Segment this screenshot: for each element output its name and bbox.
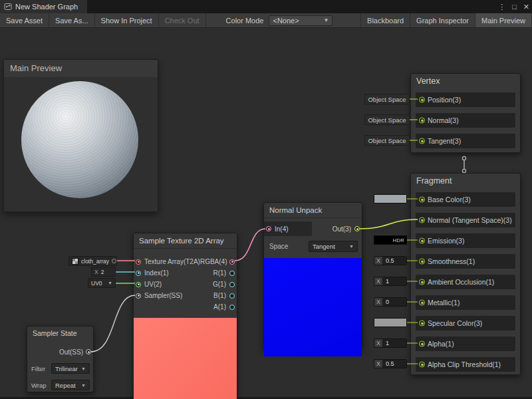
in4-port-dot[interactable] [266,226,271,231]
alpha-field[interactable]: X 1 [374,338,407,348]
b-port-dot[interactable] [229,293,235,299]
graph-inspector-toggle-button[interactable]: Graph Inspector [410,13,475,27]
space-dropdown[interactable]: Tangent ▼ [309,241,358,252]
uv-channel-dropdown[interactable]: UV0 ▼ [88,278,116,288]
axis-label: X [374,339,382,347]
vertex-node[interactable]: Vertex Position(3) Normal(3) Tangent(3) [410,73,521,153]
emission-hdr-color-field[interactable]: HDR [374,235,407,245]
axis-label: X [374,277,382,285]
smoothness-port-dot[interactable] [419,259,425,265]
save-as-button[interactable]: Save As... [49,13,95,27]
filter-dropdown[interactable]: Trilinear ▼ [51,363,90,374]
vertex-ports: Position(3) Normal(3) Tangent(3) [411,88,520,148]
save-asset-button[interactable]: Save Asset [0,13,49,27]
wrap-dropdown[interactable]: Repeat ▼ [51,380,90,390]
color-mode-value: <None> [273,17,299,25]
position-space-dropdown[interactable]: Object Space [364,94,410,104]
texture-array-port-dot[interactable] [136,259,141,265]
space-label: Space [269,243,288,250]
normal-port-dot[interactable] [419,118,425,124]
emission-port-dot[interactable] [419,238,425,244]
rgba-port-dot[interactable] [229,259,235,265]
out3-port-dot[interactable] [354,226,360,231]
edge-out3-normal[interactable] [360,219,418,229]
tab-new-shader-graph[interactable]: New Shader Graph [0,0,87,13]
show-in-project-button[interactable]: Show In Project [95,13,159,27]
specular-color-swatch[interactable] [374,318,407,327]
sample-texture-2d-array-node[interactable]: Sample Texture 2D Array Texture Array(T2… [133,233,237,399]
base-color-swatch[interactable] [374,194,407,203]
port-label: Emission(3) [428,237,464,245]
color-mode-dropdown[interactable]: <None> ▼ [269,15,332,26]
main-preview-toggle-button[interactable]: Main Preview [475,13,532,27]
sample-node-ports: Texture Array(T2A) RGBA(4) Index(1) R(1)… [134,249,237,318]
sample-node-title: Sample Texture 2D Array [134,233,237,249]
vertex-port-position: Position(3) [416,92,515,107]
normal-unpack-preview [264,258,362,356]
specular-color-port-dot[interactable] [419,321,425,327]
texture-asset-icon [72,258,78,265]
position-port-dot[interactable] [419,97,425,103]
normal-unpack-title: Normal Unpack [264,203,362,218]
port-label: Smoothness(1) [428,257,475,265]
color-mode-label: Color Mode [206,13,269,27]
out-ss-port-dot[interactable] [86,349,91,354]
alpha-port-dot[interactable] [419,341,425,347]
unity-shader-graph-window: { "window": { "tab_title": "New Shader G… [0,0,532,399]
r-port-dot[interactable] [229,271,235,276]
alpha-clip-threshold-field[interactable]: X 0.5 [374,359,407,368]
texture-asset-name: cloth_array [81,258,109,265]
normal-tangent-port-dot[interactable] [419,217,425,223]
maximize-icon[interactable]: □ [512,3,517,11]
port-label: RGBA(4) [200,258,227,265]
tangent-port-dot[interactable] [419,138,425,144]
space-value: Tangent [313,243,335,250]
base-color-port-dot[interactable] [419,197,425,203]
main-preview-body [4,77,158,211]
uv-port-dot[interactable] [136,282,141,287]
chevron-down-icon: ▼ [349,244,354,249]
filter-row: Filter Trilinear ▼ [27,363,93,374]
index-port-dot[interactable] [136,271,141,276]
in4-port-slot: In(4) [264,221,312,236]
filter-label: Filter [31,365,45,372]
sample-row-texture-rgba: Texture Array(T2A) RGBA(4) [134,256,237,267]
port-label: Normal(3) [428,116,459,124]
blackboard-toggle-button[interactable]: Blackboard [360,13,410,27]
close-icon[interactable]: ✕ [523,3,529,11]
sampler-port-dot[interactable] [136,293,141,299]
chevron-down-icon: ▼ [81,366,86,371]
graph-canvas[interactable]: Main Preview Vertex Position(3) Normal(3… [0,28,532,399]
ambient-occlusion-field[interactable]: X 1 [374,277,407,286]
fragment-node[interactable]: Fragment Base Color(3) Normal (Tangent S… [410,173,521,375]
normal-space-dropdown[interactable]: Object Space [364,114,410,125]
wrap-value: Repeat [55,382,76,389]
toolbar-spacer [332,13,360,27]
metallic-field[interactable]: X 0 [374,297,407,307]
cloth-array-property-chip[interactable]: cloth_array [68,256,117,266]
normal-unpack-node[interactable]: Normal Unpack In(4) Out(3) Space Tangent… [263,202,362,350]
a-port-dot[interactable] [229,305,235,310]
metallic-port-dot[interactable] [419,300,425,306]
index-value-chip[interactable]: X 2 [91,267,116,277]
fragment-port-normal: Normal (Tangent Space)(3) [416,213,515,227]
window-menu-icon[interactable]: ⋮ [498,3,505,11]
smoothness-field[interactable]: X 0.5 [374,256,407,265]
tangent-space-dropdown[interactable]: Object Space [364,135,410,146]
edge-samplerstate-sampler[interactable] [91,295,135,352]
chevron-down-icon: ▼ [108,281,112,285]
ambient-occlusion-port-dot[interactable] [419,279,425,285]
sampler-state-title: Sampler State [27,327,93,340]
g-port-dot[interactable] [229,282,235,287]
port-label: Specular Color(3) [428,319,482,327]
sample-row-a: A(1) [134,301,237,313]
wrap-row: Wrap Repeat ▼ [27,380,93,390]
sampler-state-node[interactable]: Sampler State Out(SS) Filter Trilinear ▼… [27,326,94,392]
object-picker-icon[interactable] [112,259,116,263]
alpha-clip-port-dot[interactable] [419,362,425,368]
edge-rgba-in[interactable] [235,229,265,261]
check-out-button[interactable]: Check Out [159,13,206,27]
fragment-port-base-color: Base Color(3) [416,192,515,207]
main-preview-header[interactable]: Main Preview [4,60,158,77]
vertex-node-title: Vertex [411,74,520,88]
